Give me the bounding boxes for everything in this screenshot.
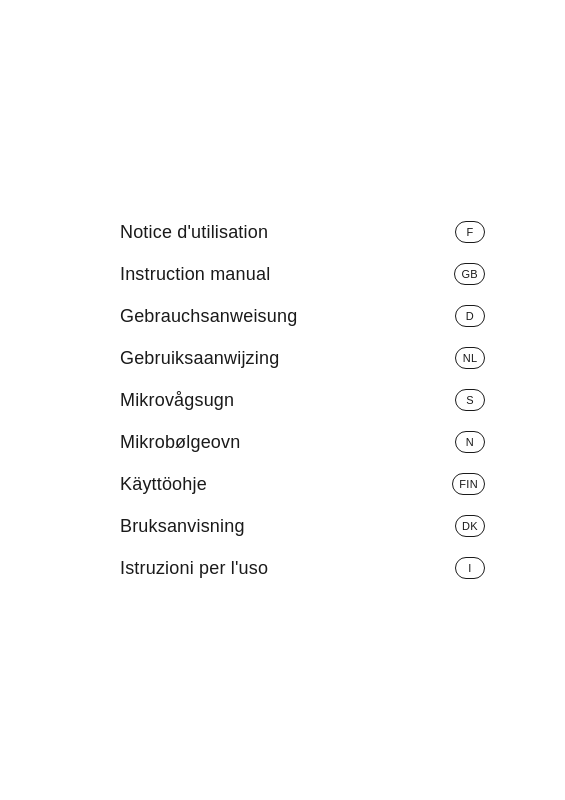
language-badge: NL bbox=[455, 347, 485, 369]
manual-row: Notice d'utilisationF bbox=[120, 211, 485, 253]
manual-row: Instruction manualGB bbox=[120, 253, 485, 295]
manual-row: BruksanvisningDK bbox=[120, 505, 485, 547]
language-badge: N bbox=[455, 431, 485, 453]
language-badge: F bbox=[455, 221, 485, 243]
language-badge: D bbox=[455, 305, 485, 327]
manual-row: GebrauchsanweisungD bbox=[120, 295, 485, 337]
language-badge: I bbox=[455, 557, 485, 579]
manual-label: Mikrobølgeovn bbox=[120, 432, 240, 453]
manual-label: Mikrovågsugn bbox=[120, 390, 234, 411]
language-badge: DK bbox=[455, 515, 485, 537]
manual-list: Notice d'utilisationFInstruction manualG… bbox=[0, 211, 565, 589]
manual-label: Käyttöohje bbox=[120, 474, 207, 495]
manual-row: Istruzioni per l'usoI bbox=[120, 547, 485, 589]
manual-row: GebruiksaanwijzingNL bbox=[120, 337, 485, 379]
manual-row: KäyttöohjeFIN bbox=[120, 463, 485, 505]
language-badge: S bbox=[455, 389, 485, 411]
manual-row: MikrovågsugnS bbox=[120, 379, 485, 421]
manual-label: Notice d'utilisation bbox=[120, 222, 268, 243]
language-badge: GB bbox=[454, 263, 485, 285]
manual-label: Istruzioni per l'uso bbox=[120, 558, 268, 579]
manual-label: Gebrauchsanweisung bbox=[120, 306, 297, 327]
manual-label: Bruksanvisning bbox=[120, 516, 245, 537]
manual-label: Gebruiksaanwijzing bbox=[120, 348, 279, 369]
manual-row: MikrobølgeovnN bbox=[120, 421, 485, 463]
manual-label: Instruction manual bbox=[120, 264, 270, 285]
language-badge: FIN bbox=[452, 473, 485, 495]
